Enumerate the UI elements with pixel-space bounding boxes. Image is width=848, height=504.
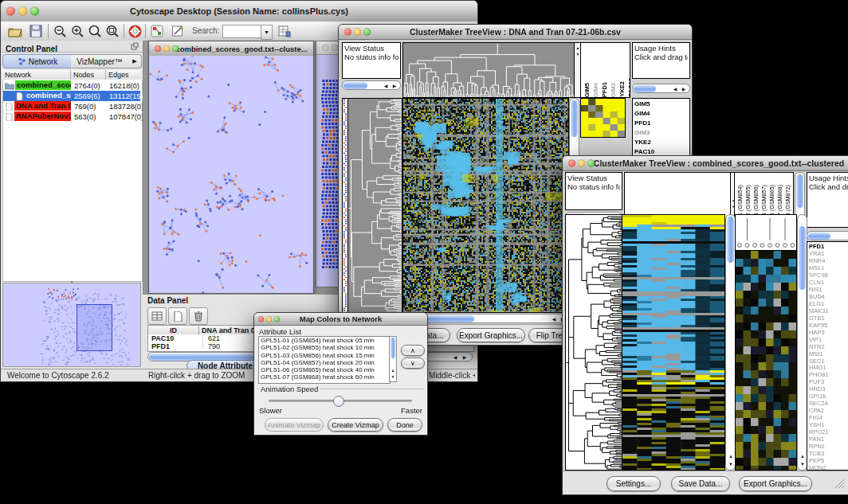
view-status-hscrollbar[interactable]: ◀ ▶ — [342, 80, 401, 90]
column-labels-panel[interactable]: GIM5 GIM4 PFD1 GIM3 YKE2 PAC10 — [580, 42, 630, 98]
attribute-item[interactable]: GPL51-02 (GSM855) heat shock 10 min — [259, 344, 390, 351]
save-icon[interactable] — [28, 24, 44, 38]
usage-hints-hscrollbar[interactable] — [807, 231, 848, 240]
network-row-dna-tran[interactable]: DNA and Tran 07 769(0) 183728(0) — [3, 101, 140, 111]
search-dropdown-button[interactable]: ▼ — [261, 25, 273, 40]
float-panel-icon[interactable] — [130, 41, 139, 51]
network-view-titlebar[interactable]: combined_scores_good.txt--cluste... — [149, 41, 313, 57]
zoom-window-icon[interactable] — [30, 7, 39, 16]
zoom-fit-icon[interactable] — [87, 24, 103, 38]
tab-network[interactable]: Network — [2, 54, 73, 68]
scroll-up-icon[interactable]: ▲ — [799, 452, 807, 460]
tab-vizmapper[interactable]: VizMapper™ — [71, 54, 129, 68]
new-attribute-icon[interactable] — [168, 307, 187, 325]
gene-list-panel[interactable]: PFD1YRA1RNR4MSL1SPC98CLN1NIS1BUD4ELG1MAK… — [807, 241, 848, 471]
gene-item[interactable]: GTB1 — [807, 315, 848, 322]
gene-item[interactable]: YRA1 — [807, 250, 848, 257]
gene-item[interactable]: NIS1 — [807, 286, 848, 293]
zoom-in-icon[interactable] — [69, 24, 85, 38]
zoom-heatmap-canvas[interactable] — [736, 251, 796, 470]
tab-overflow-button[interactable]: ▶ — [128, 54, 142, 68]
gene-item[interactable]: PAN1 — [807, 436, 848, 443]
network-row-rnapuber[interactable]: RNAPuberNov2+ 563(0) 107847(0) — [3, 111, 140, 122]
open-folder-icon[interactable] — [7, 24, 23, 38]
row-dendrogram-canvas[interactable] — [348, 99, 402, 312]
minimize-icon[interactable] — [18, 7, 27, 16]
gene-item[interactable]: RNR4 — [807, 257, 848, 264]
attribute-item[interactable]: GPL51-04 (GSM857) heat shock 20 min — [259, 359, 390, 366]
gene-item[interactable]: TCB3 — [807, 450, 848, 457]
scroll-up-icon[interactable]: ▲ — [727, 452, 735, 460]
done-button[interactable]: Done — [387, 418, 422, 432]
gene-item[interactable]: SPC98 — [807, 272, 848, 279]
window-controls[interactable] — [6, 7, 39, 16]
minimize-icon[interactable] — [354, 29, 361, 36]
gene-item[interactable]: MSI1 — [807, 350, 848, 357]
gene-item[interactable]: MSL1 — [807, 264, 848, 272]
minimize-icon[interactable] — [578, 160, 585, 167]
attribute-list-vscrollbar[interactable]: ▲ ▼ — [389, 336, 397, 382]
gene-item[interactable]: KAP95 — [807, 322, 848, 329]
col-nodes[interactable]: Nodes — [71, 70, 106, 80]
gene-item[interactable]: CLN1 — [807, 279, 848, 286]
animate-vizmap-button[interactable]: Animate Vizmap — [265, 418, 324, 432]
gene-item[interactable]: PEP5 — [807, 457, 848, 464]
attribute-list[interactable]: GPL51-01 (GSM854) heat shock 05 minGPL51… — [258, 336, 391, 384]
col-network[interactable]: Network — [2, 70, 71, 80]
scroll-thumb[interactable] — [796, 174, 803, 208]
gene-item[interactable]: RPO21 — [807, 428, 848, 436]
gene-item[interactable]: SEC1 — [807, 357, 848, 365]
gene-item[interactable]: RPN1 — [807, 443, 848, 450]
row-dendrogram-canvas[interactable] — [566, 215, 622, 470]
scroll-down-icon[interactable]: ▼ — [799, 460, 807, 468]
gene-item[interactable]: HRD3 — [807, 385, 848, 393]
gene-item[interactable]: YSH1 — [807, 421, 848, 428]
gene-item[interactable]: MAK31 — [807, 307, 848, 315]
column-dendrogram-canvas[interactable] — [403, 43, 574, 97]
gene-item[interactable]: CPA2 — [807, 407, 848, 414]
delete-attribute-trash-icon[interactable] — [189, 307, 208, 325]
scroll-right-icon[interactable]: ▶ — [391, 82, 398, 90]
heatmap[interactable] — [622, 214, 725, 471]
search-input[interactable] — [222, 25, 262, 38]
scroll-left-icon[interactable]: ◀ — [382, 82, 390, 90]
close-icon[interactable] — [568, 160, 575, 167]
similarity-matrix-canvas[interactable] — [581, 99, 625, 137]
speed-slider-thumb[interactable] — [333, 396, 344, 407]
gene-item[interactable]: YKE2 — [633, 138, 689, 147]
row-dendrogram[interactable] — [347, 98, 402, 313]
gene-item[interactable]: PFD1 — [807, 243, 848, 250]
gene-item[interactable]: NTR2 — [807, 343, 848, 350]
attribute-item[interactable]: GPL51-01 (GSM854) heat shock 05 min — [259, 337, 390, 344]
zoom-window-icon[interactable] — [363, 29, 371, 36]
gene-item[interactable]: HAP3 — [807, 329, 848, 336]
minimize-icon[interactable] — [266, 316, 272, 322]
settings-button[interactable]: Settings... — [607, 476, 661, 491]
usage-hints-hscrollbar[interactable]: ◀ ▶ — [632, 84, 690, 93]
gene-item[interactable]: BUD4 — [807, 293, 848, 300]
gene-item[interactable]: GPI16 — [807, 393, 848, 400]
treeview2-titlebar[interactable]: ClusterMaker TreeView : combined_scores_… — [563, 156, 848, 171]
column-dendrogram[interactable] — [402, 42, 575, 98]
attribute-item[interactable]: GPL51-03 (GSM856) heat shock 15 min — [259, 352, 390, 359]
network-row-selected[interactable]: combined_sco 2569(6) 13112(15) — [3, 91, 140, 101]
export-graphics-button[interactable]: Export Graphics... — [739, 476, 812, 491]
create-vizmap-button[interactable]: Create Vizmap — [328, 418, 383, 432]
export-graphics-button[interactable]: Export Graphics... — [457, 328, 525, 342]
zoom-heatmap[interactable] — [735, 250, 797, 471]
scroll-thumb[interactable] — [727, 217, 734, 263]
scroll-down-icon[interactable]: ▼ — [727, 460, 735, 468]
gene-item[interactable]: GIM5 — [633, 100, 689, 109]
gene-list-panel[interactable]: GIM5 GIM4 PFD1 GIM3 YKE2 PAC10 — [632, 98, 690, 158]
gene-item[interactable]: GIM3 — [633, 128, 689, 138]
treeview1-titlebar[interactable]: ClusterMaker TreeView : DNA and Tran 07-… — [339, 25, 692, 40]
minimize-icon[interactable] — [332, 45, 338, 51]
heatmap[interactable] — [402, 98, 569, 313]
scroll-thumb[interactable] — [634, 85, 656, 92]
network-table-header[interactable]: Network Nodes Edges — [2, 70, 141, 80]
scroll-right-icon[interactable]: ▶ — [680, 85, 688, 93]
zoom-out-icon[interactable] — [52, 24, 68, 38]
gene-item[interactable]: GIM4 — [633, 109, 689, 119]
main-titlebar[interactable]: Cytoscape Desktop (Session Name: collins… — [1, 1, 477, 22]
heatmap-canvas[interactable] — [622, 215, 724, 470]
